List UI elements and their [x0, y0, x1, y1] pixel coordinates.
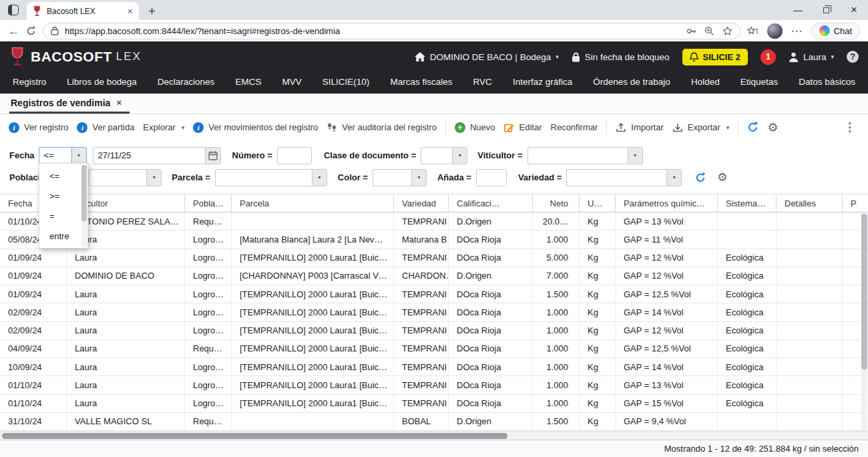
notification-count-badge[interactable]: 1 [761, 49, 776, 65]
column-header-7[interactable]: U… [580, 194, 616, 212]
parcela-dropdown-button[interactable]: ▾ [312, 169, 327, 186]
column-header-4[interactable]: Variedad [394, 194, 449, 212]
tab-registros-de-vendimia[interactable]: Registros de vendimia × [9, 94, 130, 114]
lock-icon[interactable] [51, 26, 59, 35]
table-row[interactable]: 02/09/24LauraLogro…[TEMPRANILLO] 2000 La… [0, 322, 868, 340]
calendar-button[interactable] [205, 147, 221, 164]
new-tab-button[interactable]: + [148, 5, 156, 17]
operator-option-2[interactable]: = [39, 206, 87, 226]
column-header-9[interactable]: Sistema… [718, 194, 777, 212]
close-window-button[interactable]: × [840, 0, 868, 20]
column-header-2[interactable]: Pobla… [185, 194, 232, 212]
operator-option-1[interactable]: >= [39, 186, 87, 206]
nav-item-4[interactable]: MVV [279, 77, 305, 87]
nav-item-9[interactable]: Órdenes de trabajo [590, 77, 674, 87]
table-row[interactable]: 10/09/24LauraLogro…[TEMPRANILLO] 2000 La… [0, 358, 868, 376]
horizontal-scrollbar[interactable] [0, 431, 868, 440]
refresh-filters-icon[interactable] [695, 172, 706, 183]
color-dropdown-button[interactable]: ▾ [411, 169, 427, 186]
nav-item-3[interactable]: EMCS [232, 77, 264, 87]
column-header-6[interactable]: Neto [533, 194, 580, 212]
lock-status[interactable]: Sin fecha de bloqueo [572, 52, 670, 62]
operator-option-0[interactable]: <= [39, 166, 87, 186]
horizontal-scrollbar-thumb[interactable] [2, 433, 507, 439]
back-icon[interactable]: ← [8, 25, 19, 37]
url-text[interactable]: https://app.bacosoft.com:8444/lex/?tenan… [65, 26, 680, 36]
fecha-operator-dropdown-button[interactable]: ▾ [71, 147, 87, 164]
favorite-star-icon[interactable] [722, 26, 732, 36]
column-header-10[interactable]: Detalles [777, 194, 843, 212]
clase-documento-dropdown-button[interactable]: ▾ [452, 147, 467, 164]
nav-item-7[interactable]: RVC [470, 77, 495, 87]
fecha-date-input[interactable] [93, 147, 205, 164]
table-row[interactable]: 01/09/24LauraLogro…[TEMPRANILLO] 2000 La… [0, 249, 868, 267]
doc-tab-close-icon[interactable]: × [116, 98, 122, 108]
nav-item-2[interactable]: Declaraciones [154, 77, 218, 87]
table-row[interactable]: 02/09/24LauraLogro…[TEMPRANILLO] 2000 La… [0, 303, 868, 321]
variedad-input[interactable] [566, 169, 666, 186]
nav-item-8[interactable]: Interfaz gráfica [509, 77, 576, 87]
restore-button[interactable] [812, 0, 840, 20]
clase-documento-input[interactable] [421, 147, 452, 164]
table-row[interactable]: 01/09/24DOMINIO DE BACOLogro…[CHARDONNAY… [0, 267, 868, 285]
nuevo-button[interactable]: +Nuevo [455, 122, 495, 133]
poblacion-input[interactable] [89, 169, 146, 186]
tab-actions-icon[interactable] [8, 5, 19, 15]
variedad-dropdown-button[interactable]: ▾ [666, 169, 682, 186]
table-row[interactable]: 01/10/24LauraLogro…[TEMPRANILLO] 2000 La… [0, 376, 868, 394]
column-header-8[interactable]: Parámetros químic… [616, 194, 718, 212]
viticultor-dropdown-button[interactable]: ▾ [628, 147, 643, 164]
nav-item-6[interactable]: Marcas fiscales [387, 77, 455, 87]
poblacion-combo[interactable]: ▾ [89, 169, 162, 186]
user-menu[interactable]: Laura ▾ [789, 52, 834, 62]
reconfirmar-button[interactable]: Reconfirmar [551, 122, 598, 132]
ver-partida-button[interactable]: iVer partida [77, 122, 134, 133]
exportar-button[interactable]: Exportar▾ [672, 122, 730, 133]
dropdown-scrollbar[interactable] [81, 165, 87, 247]
explorar-button[interactable]: Explorar▾ [143, 122, 184, 132]
kebab-menu-icon[interactable]: ⋮ [840, 120, 859, 134]
parcela-combo[interactable]: ▾ [215, 169, 327, 186]
browser-tab[interactable]: Bacosoft LEX × [27, 2, 139, 20]
fecha-operator-combo[interactable]: ▾ [39, 147, 87, 164]
column-header-3[interactable]: Parcela [232, 194, 394, 212]
address-bar[interactable]: https://app.bacosoft.com:8444/lex/?tenan… [43, 23, 740, 39]
viticultor-combo[interactable]: ▾ [527, 147, 643, 164]
column-header-11[interactable]: P [843, 194, 868, 212]
table-row[interactable]: 04/09/24LauraRequ…[TEMPRANILLO] 2000 Lau… [0, 340, 868, 358]
variedad-combo[interactable]: ▾ [566, 169, 682, 186]
nav-item-1[interactable]: Libros de bodega [63, 77, 140, 87]
ver-movimientos-button[interactable]: iVer movimientos del registro [193, 122, 318, 133]
dropdown-scrollbar-thumb[interactable] [81, 165, 87, 221]
refresh-icon[interactable] [747, 122, 758, 133]
color-input[interactable] [373, 169, 411, 186]
zoom-icon[interactable] [704, 26, 714, 36]
nav-item-12[interactable]: Datos básicos [795, 77, 859, 87]
nav-item-0[interactable]: Registro [9, 77, 49, 87]
poblacion-dropdown-button[interactable]: ▾ [146, 169, 162, 186]
anada-input[interactable] [476, 169, 507, 186]
vertical-scrollbar[interactable] [861, 213, 867, 431]
nav-item-11[interactable]: Etiquetas [737, 77, 781, 87]
table-row[interactable]: 05/08/24LauraLogro…[Maturana Blanca] Lau… [0, 231, 868, 249]
profile-avatar[interactable] [767, 23, 783, 39]
importar-button[interactable]: Importar [616, 122, 663, 133]
numero-input[interactable] [277, 147, 312, 164]
help-icon[interactable]: ? [847, 51, 859, 63]
ver-auditoria-button[interactable]: Ver auditoría del registro [327, 122, 437, 133]
clase-documento-combo[interactable]: ▾ [421, 147, 467, 164]
silicie-alert-badge[interactable]: SILICIE 2 [682, 49, 748, 65]
editar-button[interactable]: Editar [504, 122, 542, 133]
entity-selector[interactable]: DOMINIO DE BACO | Bodega ▾ [415, 52, 559, 62]
table-row[interactable]: 01/09/24LauraLogro…[TEMPRANILLO] 2000 La… [0, 285, 868, 303]
operator-option-3[interactable]: entre [39, 226, 87, 246]
column-header-5[interactable]: Calificaci… [449, 194, 533, 212]
parcela-input[interactable] [215, 169, 312, 186]
fecha-date-picker[interactable] [93, 147, 221, 164]
minimize-button[interactable]: — [784, 0, 812, 20]
key-icon[interactable] [686, 26, 696, 36]
filter-gear-icon[interactable]: ⚙ [717, 172, 727, 183]
table-row[interactable]: 31/10/24VALLE MAGICO SLRequ…BOBALD.Orige… [0, 413, 868, 431]
table-row[interactable]: 01/10/24ANTONIO PEREZ SALA…Requ…TEMPRANI… [0, 212, 868, 231]
table-row[interactable]: 01/10/24LauraLogro…[TEMPRANILLO] 2000 La… [0, 395, 868, 413]
